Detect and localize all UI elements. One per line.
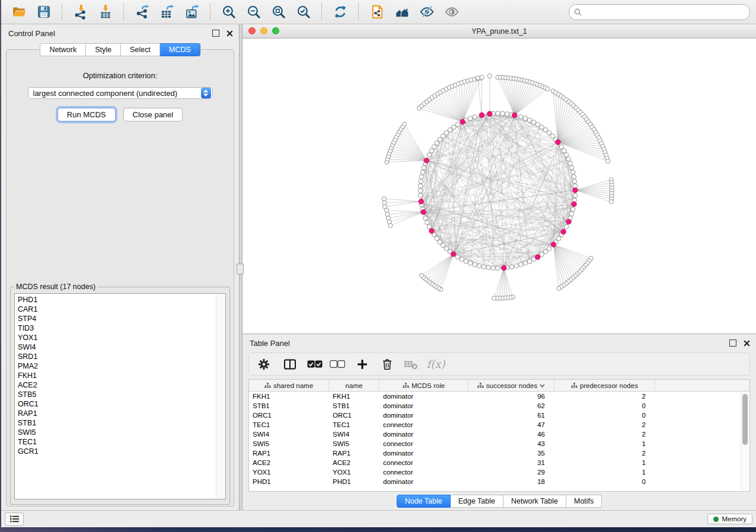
network-node[interactable] xyxy=(419,179,423,184)
export-table-button[interactable] xyxy=(155,2,179,22)
maximize-window-icon[interactable] xyxy=(272,27,279,34)
network-node[interactable] xyxy=(468,116,473,121)
network-node[interactable] xyxy=(418,184,423,188)
zoom-out-button[interactable] xyxy=(242,2,266,22)
create-column-button[interactable] xyxy=(352,355,372,373)
network-hub-node[interactable] xyxy=(561,229,566,235)
mcds-result-item[interactable]: TEC1 xyxy=(18,437,225,447)
network-leaf-node[interactable] xyxy=(546,86,550,91)
network-node[interactable] xyxy=(496,266,500,271)
close-panel-button[interactable]: Close panel xyxy=(123,108,183,121)
table-scrollbar[interactable] xyxy=(741,392,749,491)
mcds-result-item[interactable]: CAR1 xyxy=(18,305,225,314)
network-node[interactable] xyxy=(514,264,519,268)
tab-network[interactable]: Network xyxy=(40,43,86,56)
column-header-mcds-role[interactable]: MCDS role xyxy=(379,380,468,391)
mcds-result-item[interactable]: FKH1 xyxy=(18,371,225,380)
network-node[interactable] xyxy=(422,165,426,170)
network-node[interactable] xyxy=(435,236,439,241)
mcds-result-item[interactable]: SWI5 xyxy=(18,428,225,437)
network-node[interactable] xyxy=(448,127,452,132)
tab-node-table[interactable]: Node Table xyxy=(397,495,451,508)
table-row[interactable]: YOX1YOX1connector291 xyxy=(249,467,749,477)
task-history-button[interactable] xyxy=(5,512,24,526)
network-node[interactable] xyxy=(564,225,569,229)
table-row[interactable]: STB1STB1dominator620 xyxy=(249,401,749,411)
table-settings-button[interactable] xyxy=(254,355,274,373)
network-node[interactable] xyxy=(568,161,573,166)
close-panel-icon[interactable] xyxy=(744,340,750,347)
network-leaf-node[interactable] xyxy=(492,296,496,300)
network-node[interactable] xyxy=(481,265,486,270)
close-window-icon[interactable] xyxy=(248,27,256,34)
mcds-result-item[interactable]: STP4 xyxy=(18,314,225,323)
table-row[interactable]: PHD1PHD1dominator180 xyxy=(249,477,749,486)
tab-network-table[interactable]: Network Table xyxy=(503,495,566,508)
network-leaf-node[interactable] xyxy=(557,286,561,290)
criterion-select[interactable]: largest connected component (undirected) xyxy=(28,87,213,99)
network-node[interactable] xyxy=(569,211,574,216)
run-mcds-button[interactable]: Run MCDS xyxy=(58,108,116,121)
network-node[interactable] xyxy=(429,149,434,153)
network-hub-node[interactable] xyxy=(487,111,493,117)
network-hub-node[interactable] xyxy=(573,188,578,193)
export-image-button[interactable] xyxy=(180,2,204,22)
network-leaf-node[interactable] xyxy=(382,201,387,205)
search-input[interactable] xyxy=(585,7,745,17)
network-node[interactable] xyxy=(570,170,575,175)
mcds-result-item[interactable]: ACE2 xyxy=(18,380,225,390)
network-node[interactable] xyxy=(573,193,578,198)
network-node[interactable] xyxy=(425,220,430,225)
network-hub-node[interactable] xyxy=(424,158,429,164)
table-row[interactable]: SWI4SWI4dominator462 xyxy=(249,430,749,439)
network-leaf-node[interactable] xyxy=(385,212,390,216)
network-node[interactable] xyxy=(535,122,540,127)
zoom-fit-button[interactable] xyxy=(267,2,291,22)
network-leaf-node[interactable] xyxy=(386,216,390,220)
mcds-result-item[interactable]: YOX1 xyxy=(18,333,225,342)
network-leaf-node[interactable] xyxy=(609,200,613,204)
network-node[interactable] xyxy=(509,265,514,270)
scrollbar-thumb[interactable] xyxy=(742,394,748,445)
network-canvas[interactable] xyxy=(243,39,756,334)
network-node[interactable] xyxy=(523,116,528,121)
column-header-successor-nodes[interactable]: successor nodes xyxy=(468,380,554,391)
deselect-all-columns-button[interactable] xyxy=(327,355,347,373)
network-node[interactable] xyxy=(477,264,481,268)
table-row[interactable]: ORC1ORC1dominator610 xyxy=(249,411,749,420)
network-node[interactable] xyxy=(505,112,509,117)
network-node[interactable] xyxy=(564,152,569,157)
network-node[interactable] xyxy=(562,149,566,153)
table-row[interactable]: TEC1TEC1connector472 xyxy=(249,420,749,430)
network-node[interactable] xyxy=(572,175,576,180)
list-scrollbar[interactable] xyxy=(216,294,225,498)
mcds-result-item[interactable]: TID3 xyxy=(18,323,225,333)
network-node[interactable] xyxy=(543,249,548,254)
network-node[interactable] xyxy=(519,262,524,267)
network-hub-node[interactable] xyxy=(572,201,577,207)
tab-select[interactable]: Select xyxy=(121,43,160,56)
table-row[interactable]: SWI5SWI5connector431 xyxy=(249,439,749,448)
delete-table-button[interactable] xyxy=(401,355,421,373)
open-button[interactable] xyxy=(7,2,31,22)
network-node[interactable] xyxy=(523,261,528,265)
network-hub-node[interactable] xyxy=(419,199,424,204)
network-node[interactable] xyxy=(496,111,500,116)
hide-graphics-details-button[interactable] xyxy=(415,2,439,22)
export-network-button[interactable] xyxy=(130,2,154,22)
network-node[interactable] xyxy=(423,216,428,221)
network-hub-node[interactable] xyxy=(501,265,506,271)
network-hub-node[interactable] xyxy=(512,113,518,118)
mcds-result-item[interactable]: STB5 xyxy=(18,390,225,399)
splitter-grip[interactable] xyxy=(237,264,244,274)
network-node[interactable] xyxy=(519,115,524,120)
share-network-document-button[interactable] xyxy=(365,2,389,22)
mcds-result-item[interactable]: PHD1 xyxy=(18,295,225,305)
network-hub-node[interactable] xyxy=(535,255,540,260)
network-hub-node[interactable] xyxy=(556,140,561,145)
mcds-result-item[interactable]: RAP1 xyxy=(18,409,225,418)
save-session-button[interactable] xyxy=(32,2,56,22)
network-node[interactable] xyxy=(418,188,423,193)
tab-edge-table[interactable]: Edge Table xyxy=(451,495,503,508)
search-box[interactable] xyxy=(569,4,750,20)
